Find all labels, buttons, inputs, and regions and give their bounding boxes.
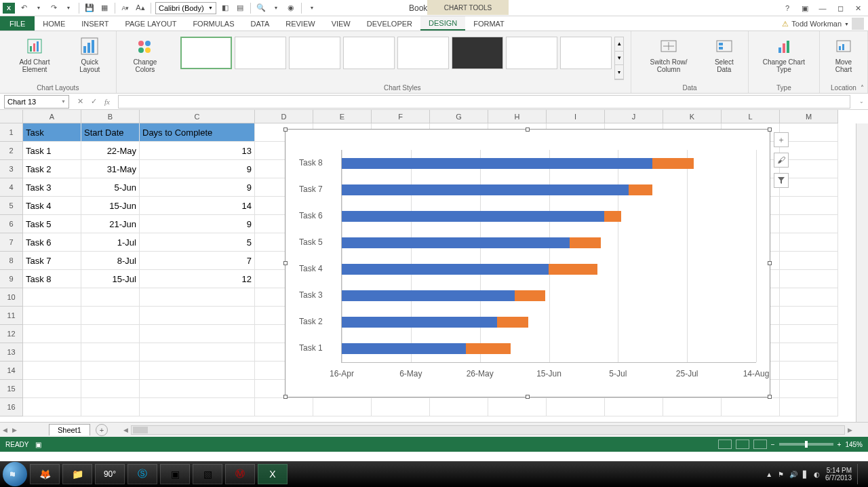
help-button[interactable]: ? bbox=[781, 3, 793, 14]
column-header-D[interactable]: D bbox=[255, 110, 313, 123]
qat-btn-4[interactable]: ▤ bbox=[234, 2, 246, 14]
cell[interactable] bbox=[780, 362, 838, 380]
tab-data[interactable]: DATA bbox=[243, 16, 278, 31]
row-header-14[interactable]: 14 bbox=[0, 362, 23, 380]
cell[interactable] bbox=[430, 398, 488, 416]
minimize-button[interactable]: — bbox=[816, 3, 829, 14]
expand-formula-bar[interactable]: ⌄ bbox=[854, 95, 868, 109]
cell[interactable] bbox=[81, 398, 140, 416]
chart-style-8[interactable] bbox=[560, 37, 612, 69]
tray-icon-1[interactable]: ⚑ bbox=[778, 471, 784, 478]
cell[interactable] bbox=[140, 325, 255, 343]
zoom-level[interactable]: 145% bbox=[845, 441, 863, 448]
task-app-6[interactable]: ▧ bbox=[193, 464, 222, 484]
cell[interactable]: Task 2 bbox=[23, 160, 81, 178]
change-chart-type-button[interactable]: Change Chart Type bbox=[753, 34, 815, 75]
cell[interactable] bbox=[663, 398, 722, 416]
font-selector[interactable]: Calibri (Body)▼ bbox=[155, 2, 216, 14]
qat-btn-5[interactable]: 🔍 bbox=[255, 2, 267, 14]
save-button[interactable]: 💾 bbox=[83, 2, 96, 14]
row-header-3[interactable]: 3 bbox=[0, 160, 23, 178]
cell[interactable]: Task 6 bbox=[23, 233, 81, 252]
cell[interactable] bbox=[372, 398, 430, 416]
chart-object[interactable]: 16-Apr6-May26-May15-Jun5-Jul25-Jul14-Aug… bbox=[285, 129, 770, 397]
macro-record-icon[interactable]: ▣ bbox=[35, 441, 41, 448]
add-chart-element-button[interactable]: Add Chart Element bbox=[4, 34, 65, 75]
cell[interactable]: 8-Jul bbox=[81, 252, 140, 270]
chart-style-6[interactable] bbox=[452, 37, 503, 69]
cell[interactable] bbox=[81, 362, 140, 380]
formula-input[interactable] bbox=[118, 95, 850, 109]
task-firefox[interactable]: 🦊 bbox=[30, 464, 60, 484]
cell[interactable] bbox=[23, 288, 81, 307]
enter-formula-button[interactable]: ✓ bbox=[87, 95, 100, 109]
cell[interactable] bbox=[780, 215, 838, 233]
cell[interactable] bbox=[780, 288, 838, 307]
column-header-L[interactable]: L bbox=[722, 110, 780, 123]
cell[interactable]: 9 bbox=[140, 178, 255, 197]
chart-style-2[interactable] bbox=[235, 37, 286, 69]
chart-bar[interactable] bbox=[342, 264, 597, 275]
chart-bar[interactable] bbox=[342, 290, 545, 301]
name-box[interactable]: Chart 13▼ bbox=[4, 95, 69, 109]
sheet-tab-sheet1[interactable]: Sheet1 bbox=[49, 424, 90, 435]
undo-dropdown[interactable]: ▼ bbox=[33, 2, 45, 14]
column-header-J[interactable]: J bbox=[605, 110, 663, 123]
cell[interactable] bbox=[81, 288, 140, 307]
chart-bar[interactable] bbox=[342, 184, 652, 195]
column-header-A[interactable]: A bbox=[23, 110, 81, 123]
cell[interactable]: Task 8 bbox=[23, 270, 81, 288]
cell[interactable]: 31-May bbox=[81, 160, 140, 178]
row-header-6[interactable]: 6 bbox=[0, 215, 23, 233]
row-header-4[interactable]: 4 bbox=[0, 178, 23, 197]
cell[interactable] bbox=[780, 252, 838, 270]
column-header-H[interactable]: H bbox=[488, 110, 547, 123]
cell[interactable] bbox=[780, 307, 838, 325]
select-data-button[interactable]: Select Data bbox=[705, 34, 744, 75]
collapse-ribbon-button[interactable]: ˄ bbox=[861, 84, 864, 92]
cell[interactable] bbox=[140, 288, 255, 307]
row-header-16[interactable]: 16 bbox=[0, 398, 23, 416]
cell[interactable]: 14 bbox=[140, 197, 255, 215]
tab-review[interactable]: REVIEW bbox=[277, 16, 323, 31]
column-header-M[interactable]: M bbox=[780, 110, 838, 123]
cell[interactable]: Days to Complete bbox=[140, 123, 255, 142]
cell[interactable]: Task 7 bbox=[23, 252, 81, 270]
tab-home[interactable]: HOME bbox=[35, 16, 73, 31]
cell[interactable]: 5 bbox=[140, 233, 255, 252]
chart-style-4[interactable] bbox=[343, 37, 395, 69]
cell[interactable] bbox=[605, 398, 663, 416]
zoom-slider[interactable] bbox=[779, 443, 833, 446]
redo-button[interactable]: ↷ bbox=[47, 2, 60, 14]
cell[interactable] bbox=[23, 307, 81, 325]
undo-button[interactable]: ↶ bbox=[18, 2, 30, 14]
row-header-9[interactable]: 9 bbox=[0, 270, 23, 288]
normal-view-button[interactable] bbox=[718, 440, 732, 449]
cell[interactable] bbox=[140, 343, 255, 362]
move-chart-button[interactable]: Move Chart bbox=[824, 34, 863, 75]
tab-format[interactable]: FORMAT bbox=[465, 16, 513, 31]
cell[interactable] bbox=[722, 398, 780, 416]
cell[interactable]: Task bbox=[23, 123, 81, 142]
cell[interactable] bbox=[255, 398, 313, 416]
vertical-scrollbar[interactable] bbox=[856, 123, 868, 422]
row-header-12[interactable]: 12 bbox=[0, 325, 23, 343]
quick-layout-button[interactable]: Quick Layout bbox=[68, 34, 112, 75]
task-app-5[interactable]: ▣ bbox=[160, 464, 190, 484]
chart-filters-button[interactable] bbox=[774, 173, 789, 188]
tab-scroll-left[interactable]: ◀ bbox=[0, 423, 9, 437]
cell[interactable]: Task 3 bbox=[23, 178, 81, 197]
qat-customize[interactable]: ▼ bbox=[306, 2, 318, 14]
zoom-out-button[interactable]: − bbox=[771, 441, 775, 448]
cell[interactable] bbox=[140, 362, 255, 380]
chart-bar[interactable] bbox=[342, 211, 621, 222]
cell[interactable] bbox=[81, 343, 140, 362]
tray-network-icon[interactable]: ▋ bbox=[803, 471, 808, 478]
page-break-view-button[interactable] bbox=[753, 440, 767, 449]
insert-function-button[interactable]: fx bbox=[100, 95, 114, 109]
cell[interactable] bbox=[23, 325, 81, 343]
maximize-button[interactable]: ◻ bbox=[834, 3, 846, 14]
task-mcafee[interactable]: Ⓜ bbox=[225, 464, 255, 484]
row-header-1[interactable]: 1 bbox=[0, 123, 23, 142]
cell[interactable] bbox=[313, 398, 372, 416]
